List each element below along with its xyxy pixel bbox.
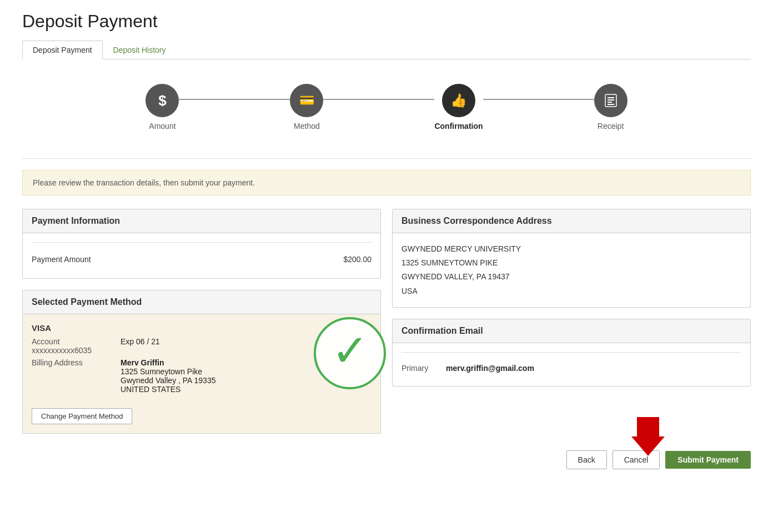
bottom-actions: Back Cancel Submit Payment	[22, 450, 751, 469]
tab-deposit-history[interactable]: Deposit History	[103, 41, 177, 59]
step-progress: $ Amount 💳 Method 👍 Confirmation Receipt	[22, 73, 751, 142]
right-column: Business Correspondence Address GWYNEDD …	[392, 209, 751, 434]
step-line-2	[323, 99, 434, 100]
account-label: Account xxxxxxxxxxx6035	[32, 337, 121, 355]
page-title: Deposit Payment	[22, 11, 751, 32]
step-receipt: Receipt	[594, 84, 628, 131]
change-payment-method-button[interactable]: Change Payment Method	[32, 408, 132, 424]
info-banner: Please review the transaction details, t…	[22, 170, 751, 195]
address-lines: GWYNEDD MERCY UNIVERSITY 1325 SUMNEYTOWN…	[401, 242, 741, 298]
submit-payment-button[interactable]: Submit Payment	[665, 451, 751, 469]
checkmark-icon: ✓	[332, 329, 369, 373]
billing-address-label: Billing Address	[32, 358, 121, 394]
email-primary-value: merv.griffin@gmail.com	[446, 364, 534, 373]
address-line1: GWYNEDD MERCY UNIVERSITY	[401, 242, 741, 256]
payment-info-body: Payment Amount $200.00	[23, 233, 380, 278]
back-button[interactable]: Back	[566, 450, 607, 469]
tab-deposit-payment[interactable]: Deposit Payment	[22, 41, 103, 59]
payment-info-header: Payment Information	[23, 209, 380, 233]
business-address-card: Business Correspondence Address GWYNEDD …	[392, 209, 751, 308]
left-column: Payment Information Payment Amount $200.…	[22, 209, 381, 434]
step-amount-label: Amount	[149, 122, 175, 131]
email-row: Primary merv.griffin@gmail.com	[401, 359, 741, 377]
billing-address-value: Merv Griffin 1325 Sumneytown Pike Gwyned…	[121, 358, 215, 394]
info-banner-text: Please review the transaction details, t…	[33, 178, 255, 187]
confirmation-email-card: Confirmation Email Primary merv.griffin@…	[392, 319, 751, 387]
exp-value: Exp 06 / 21	[121, 337, 160, 355]
checkmark-overlay: ✓	[314, 317, 386, 389]
address-line2: 1325 SUMNEYTOWN PIKE	[401, 256, 741, 270]
confirmation-email-body: Primary merv.griffin@gmail.com	[393, 343, 750, 386]
step-receipt-circle	[594, 84, 628, 117]
step-confirmation-circle: 👍	[442, 84, 475, 117]
step-amount-circle: $	[145, 84, 179, 117]
email-primary-label: Primary	[401, 364, 446, 373]
step-line-3	[483, 99, 594, 100]
step-method: 💳 Method	[290, 84, 323, 131]
step-confirmation: 👍 Confirmation	[434, 84, 483, 131]
tab-bar: Deposit Payment Deposit History	[22, 41, 751, 59]
address-line4: USA	[401, 284, 741, 298]
payment-method-header: Selected Payment Method	[23, 290, 380, 314]
confirmation-email-header: Confirmation Email	[393, 319, 750, 343]
business-address-header: Business Correspondence Address	[393, 209, 750, 233]
step-method-circle: 💳	[290, 84, 323, 117]
svg-marker-5	[631, 417, 665, 456]
step-method-label: Method	[294, 122, 320, 131]
address-line3: GWYNEDD VALLEY, PA 19437	[401, 270, 741, 284]
step-amount: $ Amount	[145, 84, 179, 131]
payment-amount-value: $200.00	[343, 255, 372, 264]
red-arrow-icon	[631, 417, 665, 458]
payment-amount-row: Payment Amount $200.00	[32, 249, 372, 269]
step-line-1	[179, 99, 290, 100]
payment-info-card: Payment Information Payment Amount $200.…	[22, 209, 381, 279]
business-address-body: GWYNEDD MERCY UNIVERSITY 1325 SUMNEYTOWN…	[393, 233, 750, 307]
payment-amount-label: Payment Amount	[32, 255, 343, 264]
step-confirmation-label: Confirmation	[434, 122, 483, 131]
step-receipt-label: Receipt	[598, 122, 624, 131]
main-content: Payment Information Payment Amount $200.…	[22, 209, 751, 434]
